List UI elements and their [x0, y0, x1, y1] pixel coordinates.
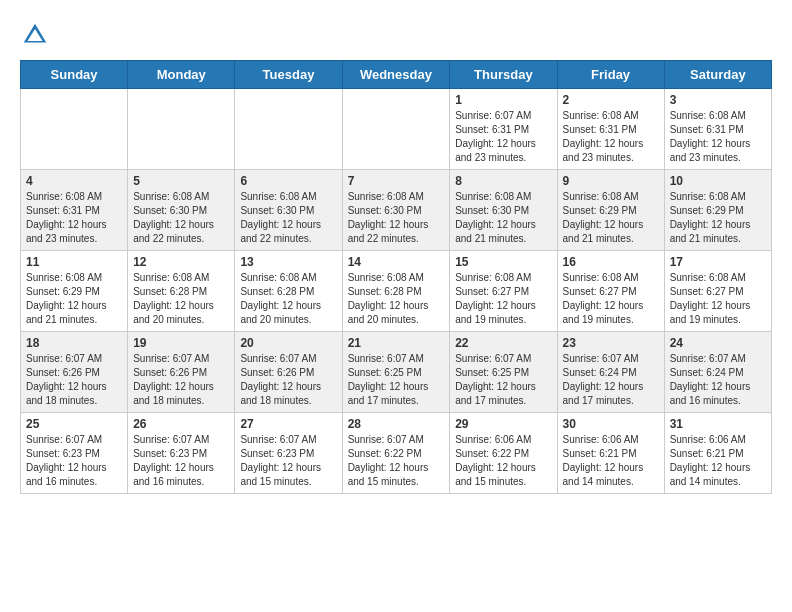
day-info: Sunrise: 6:08 AM Sunset: 6:28 PM Dayligh…: [348, 271, 445, 327]
day-info: Sunrise: 6:07 AM Sunset: 6:23 PM Dayligh…: [26, 433, 122, 489]
day-info: Sunrise: 6:07 AM Sunset: 6:26 PM Dayligh…: [133, 352, 229, 408]
day-info: Sunrise: 6:08 AM Sunset: 6:27 PM Dayligh…: [455, 271, 551, 327]
day-number: 31: [670, 417, 766, 431]
day-number: 14: [348, 255, 445, 269]
calendar-day-cell: 31Sunrise: 6:06 AM Sunset: 6:21 PM Dayli…: [664, 413, 771, 494]
day-number: 28: [348, 417, 445, 431]
day-info: Sunrise: 6:07 AM Sunset: 6:26 PM Dayligh…: [26, 352, 122, 408]
calendar-day-cell: 24Sunrise: 6:07 AM Sunset: 6:24 PM Dayli…: [664, 332, 771, 413]
calendar-table: SundayMondayTuesdayWednesdayThursdayFrid…: [20, 60, 772, 494]
day-info: Sunrise: 6:07 AM Sunset: 6:31 PM Dayligh…: [455, 109, 551, 165]
calendar-day-cell: 1Sunrise: 6:07 AM Sunset: 6:31 PM Daylig…: [450, 89, 557, 170]
day-number: 4: [26, 174, 122, 188]
day-info: Sunrise: 6:07 AM Sunset: 6:26 PM Dayligh…: [240, 352, 336, 408]
calendar-day-cell: 20Sunrise: 6:07 AM Sunset: 6:26 PM Dayli…: [235, 332, 342, 413]
calendar-day-cell: 11Sunrise: 6:08 AM Sunset: 6:29 PM Dayli…: [21, 251, 128, 332]
logo: [20, 20, 54, 50]
day-info: Sunrise: 6:08 AM Sunset: 6:27 PM Dayligh…: [563, 271, 659, 327]
day-number: 29: [455, 417, 551, 431]
day-number: 30: [563, 417, 659, 431]
calendar-day-cell: 7Sunrise: 6:08 AM Sunset: 6:30 PM Daylig…: [342, 170, 450, 251]
calendar-day-cell: 19Sunrise: 6:07 AM Sunset: 6:26 PM Dayli…: [128, 332, 235, 413]
day-info: Sunrise: 6:08 AM Sunset: 6:31 PM Dayligh…: [563, 109, 659, 165]
day-number: 16: [563, 255, 659, 269]
day-number: 12: [133, 255, 229, 269]
calendar-day-cell: [21, 89, 128, 170]
calendar-day-cell: 5Sunrise: 6:08 AM Sunset: 6:30 PM Daylig…: [128, 170, 235, 251]
day-number: 2: [563, 93, 659, 107]
calendar-day-cell: 2Sunrise: 6:08 AM Sunset: 6:31 PM Daylig…: [557, 89, 664, 170]
day-info: Sunrise: 6:07 AM Sunset: 6:22 PM Dayligh…: [348, 433, 445, 489]
day-number: 1: [455, 93, 551, 107]
day-number: 11: [26, 255, 122, 269]
day-number: 7: [348, 174, 445, 188]
day-info: Sunrise: 6:08 AM Sunset: 6:31 PM Dayligh…: [670, 109, 766, 165]
day-number: 22: [455, 336, 551, 350]
day-info: Sunrise: 6:08 AM Sunset: 6:28 PM Dayligh…: [240, 271, 336, 327]
calendar-day-cell: 3Sunrise: 6:08 AM Sunset: 6:31 PM Daylig…: [664, 89, 771, 170]
day-info: Sunrise: 6:07 AM Sunset: 6:24 PM Dayligh…: [563, 352, 659, 408]
calendar-day-cell: 30Sunrise: 6:06 AM Sunset: 6:21 PM Dayli…: [557, 413, 664, 494]
calendar-day-cell: [342, 89, 450, 170]
day-number: 21: [348, 336, 445, 350]
day-info: Sunrise: 6:07 AM Sunset: 6:23 PM Dayligh…: [240, 433, 336, 489]
day-number: 5: [133, 174, 229, 188]
logo-icon: [20, 20, 50, 50]
calendar-day-cell: 29Sunrise: 6:06 AM Sunset: 6:22 PM Dayli…: [450, 413, 557, 494]
day-info: Sunrise: 6:08 AM Sunset: 6:27 PM Dayligh…: [670, 271, 766, 327]
calendar-day-cell: 12Sunrise: 6:08 AM Sunset: 6:28 PM Dayli…: [128, 251, 235, 332]
day-info: Sunrise: 6:07 AM Sunset: 6:25 PM Dayligh…: [455, 352, 551, 408]
day-number: 26: [133, 417, 229, 431]
day-info: Sunrise: 6:07 AM Sunset: 6:24 PM Dayligh…: [670, 352, 766, 408]
day-number: 17: [670, 255, 766, 269]
calendar-day-cell: 13Sunrise: 6:08 AM Sunset: 6:28 PM Dayli…: [235, 251, 342, 332]
day-of-week-header: Saturday: [664, 61, 771, 89]
day-info: Sunrise: 6:08 AM Sunset: 6:30 PM Dayligh…: [348, 190, 445, 246]
calendar-day-cell: [235, 89, 342, 170]
calendar-day-cell: 8Sunrise: 6:08 AM Sunset: 6:30 PM Daylig…: [450, 170, 557, 251]
day-info: Sunrise: 6:06 AM Sunset: 6:21 PM Dayligh…: [670, 433, 766, 489]
calendar-week-row: 18Sunrise: 6:07 AM Sunset: 6:26 PM Dayli…: [21, 332, 772, 413]
calendar-week-row: 11Sunrise: 6:08 AM Sunset: 6:29 PM Dayli…: [21, 251, 772, 332]
day-info: Sunrise: 6:08 AM Sunset: 6:30 PM Dayligh…: [240, 190, 336, 246]
calendar-day-cell: 21Sunrise: 6:07 AM Sunset: 6:25 PM Dayli…: [342, 332, 450, 413]
day-info: Sunrise: 6:08 AM Sunset: 6:29 PM Dayligh…: [563, 190, 659, 246]
day-info: Sunrise: 6:07 AM Sunset: 6:23 PM Dayligh…: [133, 433, 229, 489]
day-number: 20: [240, 336, 336, 350]
calendar-day-cell: 10Sunrise: 6:08 AM Sunset: 6:29 PM Dayli…: [664, 170, 771, 251]
day-number: 8: [455, 174, 551, 188]
day-of-week-header: Friday: [557, 61, 664, 89]
day-number: 19: [133, 336, 229, 350]
calendar-day-cell: 18Sunrise: 6:07 AM Sunset: 6:26 PM Dayli…: [21, 332, 128, 413]
calendar-day-cell: [128, 89, 235, 170]
calendar-week-row: 1Sunrise: 6:07 AM Sunset: 6:31 PM Daylig…: [21, 89, 772, 170]
calendar-day-cell: 4Sunrise: 6:08 AM Sunset: 6:31 PM Daylig…: [21, 170, 128, 251]
day-of-week-header: Tuesday: [235, 61, 342, 89]
day-info: Sunrise: 6:07 AM Sunset: 6:25 PM Dayligh…: [348, 352, 445, 408]
day-number: 13: [240, 255, 336, 269]
day-number: 3: [670, 93, 766, 107]
page-header: [20, 20, 772, 50]
calendar-day-cell: 22Sunrise: 6:07 AM Sunset: 6:25 PM Dayli…: [450, 332, 557, 413]
calendar-day-cell: 27Sunrise: 6:07 AM Sunset: 6:23 PM Dayli…: [235, 413, 342, 494]
calendar-day-cell: 17Sunrise: 6:08 AM Sunset: 6:27 PM Dayli…: [664, 251, 771, 332]
calendar-week-row: 25Sunrise: 6:07 AM Sunset: 6:23 PM Dayli…: [21, 413, 772, 494]
day-info: Sunrise: 6:08 AM Sunset: 6:31 PM Dayligh…: [26, 190, 122, 246]
day-of-week-header: Wednesday: [342, 61, 450, 89]
day-info: Sunrise: 6:08 AM Sunset: 6:29 PM Dayligh…: [670, 190, 766, 246]
day-number: 18: [26, 336, 122, 350]
calendar-day-cell: 28Sunrise: 6:07 AM Sunset: 6:22 PM Dayli…: [342, 413, 450, 494]
day-info: Sunrise: 6:08 AM Sunset: 6:30 PM Dayligh…: [455, 190, 551, 246]
day-info: Sunrise: 6:08 AM Sunset: 6:29 PM Dayligh…: [26, 271, 122, 327]
day-number: 9: [563, 174, 659, 188]
calendar-week-row: 4Sunrise: 6:08 AM Sunset: 6:31 PM Daylig…: [21, 170, 772, 251]
calendar-day-cell: 25Sunrise: 6:07 AM Sunset: 6:23 PM Dayli…: [21, 413, 128, 494]
calendar-day-cell: 23Sunrise: 6:07 AM Sunset: 6:24 PM Dayli…: [557, 332, 664, 413]
calendar-header-row: SundayMondayTuesdayWednesdayThursdayFrid…: [21, 61, 772, 89]
day-number: 27: [240, 417, 336, 431]
calendar-day-cell: 9Sunrise: 6:08 AM Sunset: 6:29 PM Daylig…: [557, 170, 664, 251]
day-number: 6: [240, 174, 336, 188]
calendar-day-cell: 26Sunrise: 6:07 AM Sunset: 6:23 PM Dayli…: [128, 413, 235, 494]
calendar-day-cell: 14Sunrise: 6:08 AM Sunset: 6:28 PM Dayli…: [342, 251, 450, 332]
day-number: 10: [670, 174, 766, 188]
